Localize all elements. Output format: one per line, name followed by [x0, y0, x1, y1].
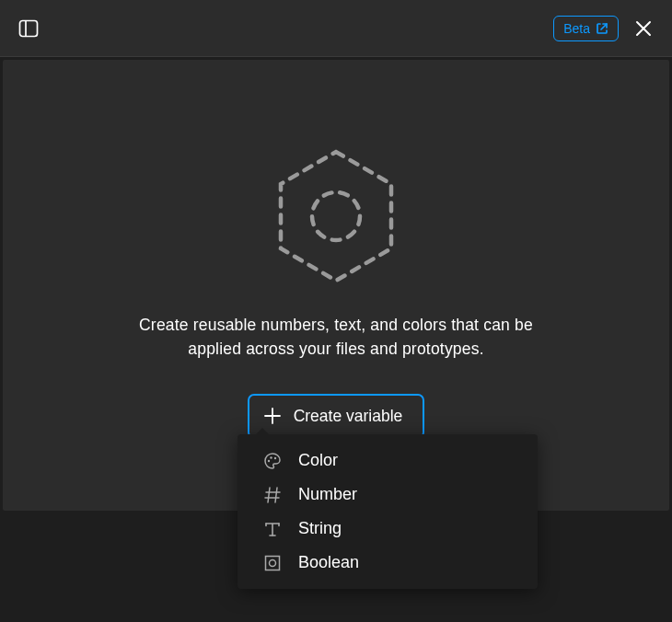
menu-item-label: Color	[298, 451, 338, 470]
dropdown-arrow	[256, 428, 269, 434]
svg-rect-7	[266, 556, 280, 570]
sidebar-toggle-icon[interactable]	[18, 18, 39, 39]
header-bar: Beta	[0, 0, 672, 57]
empty-state: Create reusable numbers, text, and color…	[3, 60, 669, 439]
external-link-icon	[596, 22, 608, 35]
menu-item-label: Boolean	[298, 553, 359, 572]
text-icon	[263, 520, 282, 538]
create-variable-button[interactable]: Create variable	[248, 394, 425, 439]
header-left	[18, 18, 39, 39]
variable-type-dropdown: Color Number String Boolean	[238, 434, 538, 589]
palette-icon	[263, 452, 282, 470]
menu-item-number[interactable]: Number	[238, 478, 538, 512]
beta-badge[interactable]: Beta	[553, 16, 619, 41]
hash-icon	[263, 486, 282, 504]
svg-point-6	[274, 456, 276, 458]
svg-point-5	[270, 456, 272, 458]
plus-icon	[264, 408, 281, 424]
header-right: Beta	[553, 16, 654, 41]
beta-label: Beta	[563, 21, 590, 36]
variable-hexagon-icon	[267, 147, 405, 285]
menu-item-string[interactable]: String	[238, 512, 538, 546]
svg-point-4	[268, 459, 270, 461]
svg-marker-2	[281, 152, 391, 281]
create-button-label: Create variable	[294, 407, 403, 426]
svg-point-8	[270, 559, 276, 566]
menu-item-label: Number	[298, 485, 357, 504]
menu-item-color[interactable]: Color	[238, 443, 538, 478]
boolean-icon	[263, 554, 282, 572]
menu-item-boolean[interactable]: Boolean	[238, 546, 538, 580]
close-icon[interactable]	[633, 18, 654, 39]
svg-rect-0	[20, 20, 38, 36]
empty-state-description: Create reusable numbers, text, and color…	[115, 313, 557, 362]
svg-point-3	[312, 192, 360, 240]
menu-item-label: String	[298, 519, 342, 538]
